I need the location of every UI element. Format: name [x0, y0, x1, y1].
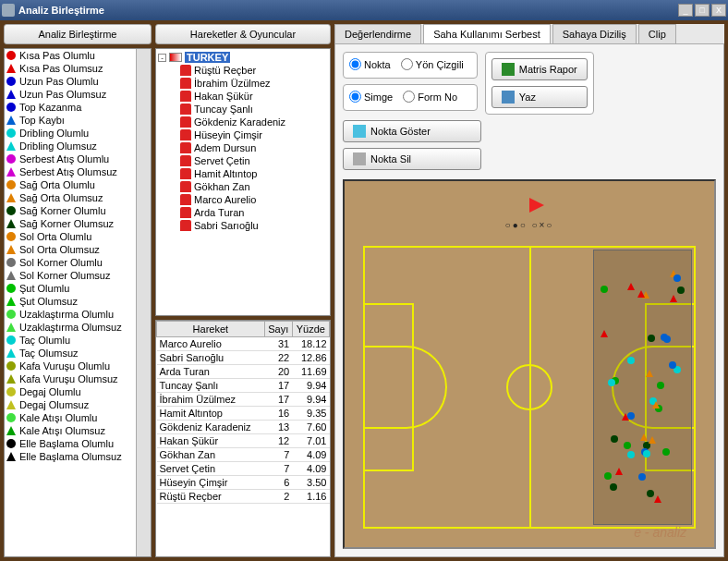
- table-row[interactable]: Rüştü Reçber21.16: [157, 490, 330, 504]
- nokta-goster-button[interactable]: Nokta Göster: [343, 120, 481, 142]
- field-point[interactable]: [638, 473, 646, 481]
- event-item[interactable]: Serbest Atış Olumsuz: [5, 165, 136, 178]
- field-point[interactable]: [627, 357, 635, 364]
- tab-3[interactable]: Clip: [638, 24, 676, 43]
- field-point[interactable]: [648, 335, 655, 342]
- radio-formno[interactable]: Form No: [403, 91, 457, 103]
- event-item[interactable]: Kale Atışı Olumsuz: [5, 424, 136, 437]
- maximize-button[interactable]: □: [695, 4, 710, 17]
- event-item[interactable]: Elle Başlama Olumsuz: [5, 450, 136, 463]
- event-item[interactable]: Sağ Korner Olumsuz: [5, 217, 136, 230]
- field-point[interactable]: [652, 401, 660, 409]
- tree-player[interactable]: Gökdeniz Karadeniz: [158, 116, 328, 128]
- field-point[interactable]: [604, 472, 612, 480]
- field-point[interactable]: [615, 468, 623, 475]
- close-button[interactable]: X: [711, 4, 726, 17]
- event-item[interactable]: Şut Olumsuz: [5, 295, 136, 308]
- event-item[interactable]: Sağ Orta Olumlu: [5, 178, 136, 191]
- tree-player[interactable]: İbrahim Üzülmez: [158, 77, 328, 90]
- event-item[interactable]: Uzun Pas Olumsuz: [5, 88, 136, 101]
- field-view[interactable]: ○●○ ○×○ e - analiz: [343, 179, 716, 549]
- event-item[interactable]: Sol Korner Olumsuz: [5, 269, 136, 282]
- events-list[interactable]: Kısa Pas OlumluKısa Pas OlumsuzUzun Pas …: [4, 48, 152, 557]
- event-item[interactable]: Uzaklaştırma Olumsuz: [5, 321, 136, 334]
- tree-player[interactable]: Hüseyin Çimşir: [158, 128, 328, 141]
- table-row[interactable]: Hüseyin Çimşir63.50: [157, 476, 330, 490]
- table-row[interactable]: Gökhan Zan74.09: [157, 448, 330, 462]
- field-point[interactable]: [640, 433, 648, 441]
- field-point[interactable]: [643, 450, 650, 457]
- field-point[interactable]: [663, 335, 671, 343]
- field-point[interactable]: [601, 330, 608, 337]
- event-item[interactable]: Sağ Korner Olumlu: [5, 204, 136, 217]
- field-point[interactable]: [611, 435, 618, 443]
- event-item[interactable]: Kısa Pas Olumsuz: [5, 62, 136, 75]
- event-item[interactable]: Kafa Vuruşu Olumlu: [5, 360, 136, 372]
- nokta-sil-button[interactable]: Nokta Sil: [343, 148, 481, 170]
- event-item[interactable]: Dribling Olumsuz: [5, 140, 136, 152]
- table-header[interactable]: Hareket: [157, 322, 265, 337]
- table-row[interactable]: Hamit Altıntop169.35: [157, 407, 330, 421]
- field-point[interactable]: [649, 436, 656, 444]
- event-item[interactable]: Serbest Atış Olumlu: [5, 152, 136, 165]
- event-item[interactable]: Taç Olumlu: [5, 334, 136, 347]
- stats-table[interactable]: HareketSayıYüzdeMarco Aurelio3118.12Sabr…: [155, 320, 331, 557]
- table-row[interactable]: Hakan Şükür127.01: [157, 434, 330, 448]
- scrollbar[interactable]: [136, 49, 151, 556]
- table-row[interactable]: Servet Çetin74.09: [157, 462, 330, 476]
- tree-player[interactable]: Tuncay Şanlı: [158, 103, 328, 116]
- yaz-button[interactable]: Yaz: [491, 86, 588, 108]
- minimize-button[interactable]: _: [678, 4, 693, 17]
- field-point[interactable]: [624, 442, 631, 449]
- tree-player[interactable]: Sabri Sarıoğlu: [158, 219, 328, 232]
- tree-player[interactable]: Servet Çetin: [158, 154, 328, 167]
- event-item[interactable]: Top Kaybı: [5, 114, 136, 127]
- field-point[interactable]: [669, 361, 676, 369]
- table-row[interactable]: Sabri Sarıoğlu2212.86: [157, 351, 330, 365]
- selection-area[interactable]: [593, 250, 692, 525]
- collapse-icon[interactable]: -: [158, 54, 166, 62]
- field-point[interactable]: [677, 287, 685, 294]
- event-item[interactable]: Sol Orta Olumsuz: [5, 243, 136, 256]
- field-point[interactable]: [610, 483, 617, 491]
- table-row[interactable]: Tuncay Şanlı179.94: [157, 379, 330, 393]
- table-row[interactable]: İbrahim Üzülmez179.94: [157, 393, 330, 407]
- event-item[interactable]: Elle Başlama Olumlu: [5, 437, 136, 450]
- field-point[interactable]: [627, 283, 635, 290]
- table-header[interactable]: Sayı: [264, 322, 292, 337]
- tree-player[interactable]: Hakan Şükür: [158, 90, 328, 103]
- field-point[interactable]: [646, 370, 653, 377]
- radio-simge[interactable]: Simge: [349, 91, 393, 103]
- field-point[interactable]: [637, 290, 645, 298]
- field-point[interactable]: [673, 274, 681, 282]
- tree-player[interactable]: Adem Dursun: [158, 141, 328, 154]
- field-point[interactable]: [627, 451, 635, 458]
- event-item[interactable]: Top Kazanma: [5, 101, 136, 114]
- field-point[interactable]: [608, 379, 615, 386]
- tree-player[interactable]: Hamit Altıntop: [158, 167, 328, 180]
- table-row[interactable]: Arda Turan2011.69: [157, 365, 330, 379]
- field-point[interactable]: [622, 413, 629, 421]
- table-row[interactable]: Marco Aurelio3118.12: [157, 337, 330, 351]
- event-item[interactable]: Degaj Olumlu: [5, 385, 136, 398]
- event-item[interactable]: Sol Korner Olumlu: [5, 256, 136, 269]
- tab-1[interactable]: Saha Kullanımı Serbest: [423, 24, 551, 43]
- tree-player[interactable]: Marco Aurelio: [158, 193, 328, 206]
- event-item[interactable]: Dribling Olumlu: [5, 127, 136, 140]
- event-item[interactable]: Uzaklaştırma Olumlu: [5, 308, 136, 321]
- event-item[interactable]: Kısa Pas Olumlu: [5, 49, 136, 62]
- field-point[interactable]: [662, 448, 670, 456]
- field-point[interactable]: [670, 295, 677, 302]
- event-item[interactable]: Kale Atışı Olumlu: [5, 411, 136, 424]
- player-tree[interactable]: -TURKEYRüştü Reçberİbrahim ÜzülmezHakan …: [155, 48, 331, 316]
- event-item[interactable]: Sağ Orta Olumsuz: [5, 191, 136, 204]
- event-item[interactable]: Taç Olumsuz: [5, 347, 136, 360]
- table-header[interactable]: Yüzde: [292, 322, 329, 337]
- radio-nokta[interactable]: Nokta: [349, 58, 391, 70]
- event-item[interactable]: Kafa Vuruşu Olumsuz: [5, 372, 136, 385]
- event-item[interactable]: Şut Olumlu: [5, 282, 136, 295]
- tree-player[interactable]: Rüştü Reçber: [158, 64, 328, 77]
- tree-country[interactable]: -TURKEY: [158, 51, 328, 64]
- tab-2[interactable]: Sahaya Diziliş: [552, 24, 637, 43]
- field-point[interactable]: [657, 382, 664, 389]
